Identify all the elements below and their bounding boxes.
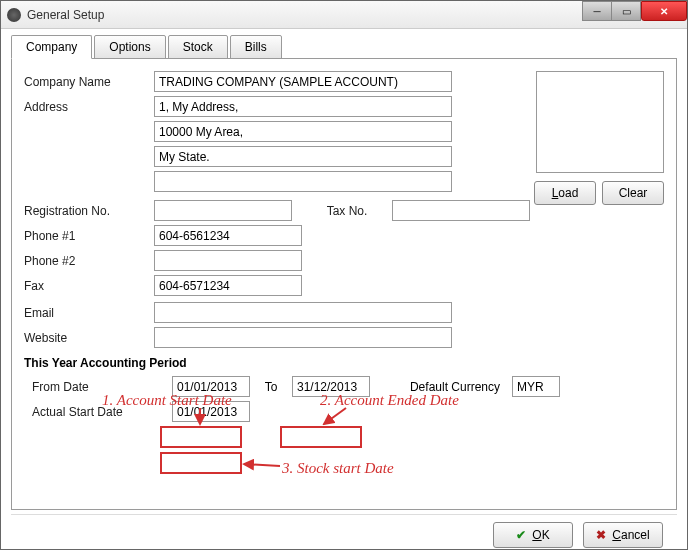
registration-no-field[interactable] <box>154 200 292 221</box>
logo-preview <box>536 71 664 173</box>
load-button[interactable]: Load <box>534 181 596 205</box>
label-actual-start: Actual Start Date <box>32 405 172 419</box>
tab-options[interactable]: Options <box>94 35 165 59</box>
clear-button[interactable]: Clear <box>602 181 664 205</box>
cancel-button[interactable]: ✖ Cancel <box>583 522 663 548</box>
tab-bills[interactable]: Bills <box>230 35 282 59</box>
logo-buttons: Load Clear <box>534 181 664 205</box>
window-controls: ─ ▭ ✕ <box>583 1 687 21</box>
fax-field[interactable] <box>154 275 302 296</box>
highlight-from-date <box>160 426 242 448</box>
load-label: oad <box>558 186 578 200</box>
label-tax-no: Tax No. <box>292 204 392 218</box>
minimize-button[interactable]: ─ <box>582 1 612 21</box>
label-from-date: From Date <box>32 380 172 394</box>
tab-company[interactable]: Company <box>11 35 92 59</box>
website-field[interactable] <box>154 327 452 348</box>
label-phone2: Phone #2 <box>24 254 154 268</box>
label-to: To <box>250 380 292 394</box>
label-email: Email <box>24 306 154 320</box>
app-icon <box>7 8 21 22</box>
highlight-actual-start <box>160 452 242 474</box>
content: Company Options Stock Bills Load Clear C… <box>1 29 687 550</box>
label-phone1: Phone #1 <box>24 229 154 243</box>
dialog-footer: ✔ OK ✖ Cancel <box>11 514 677 550</box>
cross-icon: ✖ <box>596 528 606 542</box>
from-date-field[interactable] <box>172 376 250 397</box>
label-default-currency: Default Currency <box>370 380 512 394</box>
address1-field[interactable] <box>154 96 452 117</box>
label-registration-no: Registration No. <box>24 204 154 218</box>
section-accounting-period: This Year Accounting Period <box>24 356 664 370</box>
to-date-field[interactable] <box>292 376 370 397</box>
default-currency-field[interactable] <box>512 376 560 397</box>
phone2-field[interactable] <box>154 250 302 271</box>
actual-start-field[interactable] <box>172 401 250 422</box>
check-icon: ✔ <box>516 528 526 542</box>
label-website: Website <box>24 331 154 345</box>
titlebar: General Setup ─ ▭ ✕ <box>1 1 687 29</box>
tab-panel-company: Load Clear Company Name Address Registra… <box>11 58 677 510</box>
close-button[interactable]: ✕ <box>641 1 687 21</box>
phone1-field[interactable] <box>154 225 302 246</box>
tax-no-field[interactable] <box>392 200 530 221</box>
label-company-name: Company Name <box>24 75 154 89</box>
address2-field[interactable] <box>154 121 452 142</box>
svg-line-2 <box>244 464 280 466</box>
company-name-field[interactable] <box>154 71 452 92</box>
address4-field[interactable] <box>154 171 452 192</box>
tab-stock[interactable]: Stock <box>168 35 228 59</box>
tabs: Company Options Stock Bills <box>11 35 677 59</box>
window-title: General Setup <box>27 8 104 22</box>
label-fax: Fax <box>24 279 154 293</box>
arrow-3 <box>242 458 282 475</box>
maximize-button[interactable]: ▭ <box>611 1 641 21</box>
clear-label: Clear <box>619 186 648 200</box>
highlight-to-date <box>280 426 362 448</box>
label-address: Address <box>24 100 154 114</box>
annotation-3: 3. Stock start Date <box>282 460 394 477</box>
address3-field[interactable] <box>154 146 452 167</box>
email-field[interactable] <box>154 302 452 323</box>
ok-button[interactable]: ✔ OK <box>493 522 573 548</box>
